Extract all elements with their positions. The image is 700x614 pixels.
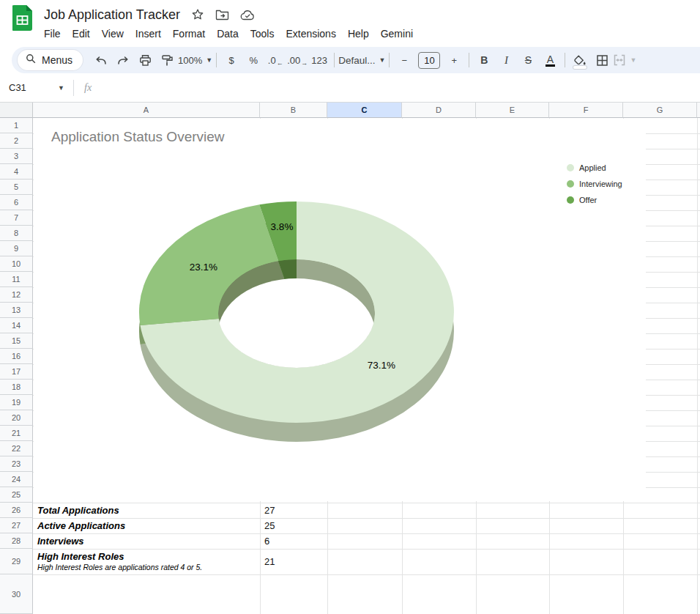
move-to-folder-icon[interactable] — [215, 9, 229, 21]
row-header-12[interactable]: 12 — [0, 287, 33, 303]
embedded-chart[interactable]: Application Status Overview 73.1%23.1%3.… — [34, 119, 646, 501]
row-header-6[interactable]: 6 — [0, 195, 33, 210]
stat-note: High Interest Roles are applications rat… — [37, 563, 259, 572]
sheets-logo-icon[interactable] — [12, 5, 32, 31]
menu-item-format[interactable]: Format — [167, 24, 211, 43]
legend-dot-icon — [567, 180, 574, 188]
row-header-1[interactable]: 1 — [0, 118, 33, 133]
row-header-24[interactable]: 24 — [0, 472, 33, 487]
menu-item-extensions[interactable]: Extensions — [280, 24, 341, 43]
undo-button[interactable] — [90, 50, 112, 70]
borders-button[interactable] — [591, 50, 613, 70]
font-size-input-label: 10 — [424, 55, 434, 66]
row-header-8[interactable]: 8 — [0, 226, 33, 241]
row-header-16[interactable]: 16 — [0, 349, 33, 364]
row-header-5[interactable]: 5 — [0, 180, 33, 195]
paint-format-button[interactable] — [156, 50, 178, 70]
menu-item-edit[interactable]: Edit — [67, 24, 96, 43]
row-header-17[interactable]: 17 — [0, 364, 33, 380]
merge-cells-button[interactable]: ▼ — [613, 50, 636, 70]
redo-button[interactable] — [112, 50, 134, 70]
donut-chart[interactable]: 73.1%23.1%3.8% — [34, 119, 646, 501]
cell-reference[interactable]: C31 — [9, 82, 26, 93]
cell-A27[interactable]: Active Applications — [34, 518, 259, 533]
cell-A29[interactable]: High Interest RolesHigh Interest Roles a… — [34, 549, 259, 574]
star-icon[interactable] — [191, 8, 204, 21]
row-header-7[interactable]: 7 — [0, 210, 33, 226]
menu-item-file[interactable]: File — [38, 24, 67, 43]
row-header-30[interactable]: 30 — [0, 574, 33, 614]
name-box-caret-icon[interactable]: ▼ — [58, 84, 64, 92]
row-header-20[interactable]: 20 — [0, 410, 33, 426]
merge-icon — [613, 54, 626, 66]
increase-decimal-button[interactable]: .00→ — [286, 50, 308, 70]
name-box[interactable]: C31 ▼ — [0, 82, 70, 93]
cell-B28[interactable]: 6 — [264, 533, 269, 549]
format-percent-button-label: % — [249, 55, 258, 66]
cloud-saved-icon[interactable] — [240, 10, 256, 21]
column-header-D[interactable]: D — [402, 103, 476, 118]
select-all-corner[interactable] — [0, 103, 33, 118]
row-header-9[interactable]: 9 — [0, 241, 33, 256]
italic-button-label: I — [504, 54, 508, 67]
menus-search[interactable]: Menus — [18, 50, 83, 70]
document-title[interactable]: Job Application Tracker — [44, 7, 180, 23]
print-button[interactable] — [134, 50, 156, 70]
italic-button[interactable]: I — [495, 50, 517, 70]
row-header-10[interactable]: 10 — [0, 256, 33, 272]
text-color-button-label: A — [546, 54, 555, 67]
row-header-3[interactable]: 3 — [0, 149, 33, 164]
menu-item-help[interactable]: Help — [342, 24, 375, 43]
menus-search-label: Menus — [42, 54, 72, 66]
row-header-26[interactable]: 26 — [0, 503, 33, 518]
row-header-23[interactable]: 23 — [0, 456, 33, 472]
format-percent-button[interactable]: % — [242, 50, 264, 70]
text-color-button[interactable]: A — [539, 50, 561, 70]
row-header-14[interactable]: 14 — [0, 318, 33, 333]
row-header-18[interactable]: 18 — [0, 380, 33, 395]
row-header-28[interactable]: 28 — [0, 533, 33, 549]
row-header-19[interactable]: 19 — [0, 395, 33, 410]
more-formats-button[interactable]: 123 — [308, 50, 330, 70]
slice-percent-label: 73.1% — [368, 360, 395, 371]
cell-B29[interactable]: 21 — [264, 549, 275, 574]
row-header-25[interactable]: 25 — [0, 487, 33, 503]
menu-item-gemini[interactable]: Gemini — [375, 24, 419, 43]
column-header-F[interactable]: F — [549, 103, 623, 118]
font-size-input[interactable]: 10 — [418, 52, 440, 69]
row-header-2[interactable]: 2 — [0, 133, 33, 149]
row-header-15[interactable]: 15 — [0, 333, 33, 349]
menu-item-data[interactable]: Data — [211, 24, 245, 43]
decrease-font-size-button-label: − — [402, 55, 408, 66]
row-header-22[interactable]: 22 — [0, 441, 33, 456]
column-header-B[interactable]: B — [260, 103, 327, 118]
column-header-C[interactable]: C — [327, 103, 402, 118]
font-select[interactable]: Defaul...▼ — [338, 50, 385, 70]
column-header-G[interactable]: G — [623, 103, 697, 118]
menu-item-insert[interactable]: Insert — [130, 24, 167, 43]
fill-color-button[interactable] — [569, 50, 591, 70]
row-header-27[interactable]: 27 — [0, 518, 33, 533]
strikethrough-button[interactable]: S — [517, 50, 539, 70]
increase-font-size-button[interactable]: + — [443, 50, 465, 70]
row-header-13[interactable]: 13 — [0, 303, 33, 318]
bold-button[interactable]: B — [473, 50, 495, 70]
decimal-arrow-icon: → — [301, 59, 308, 67]
menu-item-tools[interactable]: Tools — [245, 24, 280, 43]
redo-icon — [116, 54, 130, 66]
row-header-21[interactable]: 21 — [0, 426, 33, 441]
format-currency-button[interactable]: $ — [220, 50, 242, 70]
zoom-select[interactable]: 100%▼ — [178, 50, 212, 70]
menu-item-view[interactable]: View — [96, 24, 130, 43]
decrease-decimal-button[interactable]: .0← — [264, 50, 286, 70]
cell-A28[interactable]: Interviews — [34, 533, 259, 549]
row-header-11[interactable]: 11 — [0, 272, 33, 287]
cell-A26[interactable]: Total Applications — [34, 503, 259, 518]
decrease-font-size-button[interactable]: − — [393, 50, 415, 70]
cell-B27[interactable]: 25 — [264, 518, 275, 533]
cell-B26[interactable]: 27 — [264, 503, 275, 518]
row-header-29[interactable]: 29 — [0, 549, 33, 574]
row-header-4[interactable]: 4 — [0, 164, 33, 180]
column-header-A[interactable]: A — [33, 103, 260, 118]
column-header-E[interactable]: E — [476, 103, 549, 118]
